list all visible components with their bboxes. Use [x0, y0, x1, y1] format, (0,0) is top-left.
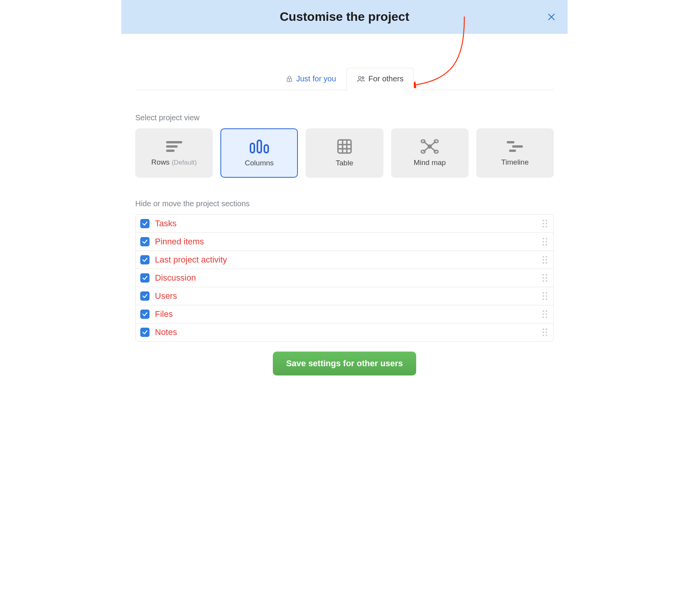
svg-rect-25 [434, 150, 438, 153]
drag-handle-icon[interactable] [543, 328, 547, 336]
svg-rect-24 [421, 150, 425, 153]
section-name: Last project activity [155, 255, 543, 265]
check-icon [142, 275, 148, 281]
section-checkbox[interactable] [140, 273, 150, 283]
svg-rect-27 [512, 145, 523, 148]
svg-rect-9 [250, 143, 254, 153]
columns-icon [250, 139, 269, 154]
scope-tabs: Just for you For others [135, 34, 554, 90]
table-icon [337, 139, 352, 154]
check-icon [142, 329, 148, 335]
check-icon [142, 311, 148, 317]
save-button[interactable]: Save settings for other users [273, 352, 416, 375]
sections-list: TasksPinned itemsLast project activityDi… [135, 214, 554, 342]
svg-point-4 [358, 76, 361, 79]
check-icon [142, 257, 148, 263]
section-name: Files [155, 309, 543, 319]
tab-label: Just for you [296, 74, 336, 83]
check-icon [142, 220, 148, 227]
close-button[interactable] [546, 12, 557, 22]
check-icon [142, 293, 148, 299]
svg-rect-22 [421, 140, 425, 143]
view-card-table[interactable]: Table [306, 128, 383, 178]
lock-icon [286, 75, 293, 83]
section-checkbox[interactable] [140, 310, 150, 319]
rows-icon [164, 140, 185, 153]
view-cards: Rows (Default) Columns [135, 128, 554, 178]
section-row[interactable]: Last project activity [136, 251, 553, 269]
section-name: Notes [155, 327, 543, 337]
section-row[interactable]: Users [136, 287, 553, 305]
section-row[interactable]: Tasks [136, 215, 553, 233]
view-card-label: Table [336, 159, 353, 167]
section-name: Tasks [155, 219, 543, 229]
view-card-label: Mind map [414, 158, 446, 167]
drag-handle-icon[interactable] [543, 310, 547, 318]
svg-point-5 [362, 77, 364, 79]
timeline-icon [505, 140, 524, 153]
section-checkbox[interactable] [140, 291, 150, 301]
view-card-mindmap[interactable]: Mind map [391, 128, 469, 178]
select-view-label: Select project view [135, 113, 554, 122]
tab-just-for-you[interactable]: Just for you [275, 68, 346, 90]
section-row[interactable]: Pinned items [136, 233, 553, 251]
section-checkbox[interactable] [140, 237, 150, 246]
svg-rect-6 [166, 141, 182, 143]
section-name: Users [155, 291, 543, 301]
svg-rect-8 [166, 150, 175, 152]
svg-rect-12 [338, 140, 351, 153]
view-card-label: Columns [245, 159, 274, 167]
svg-rect-10 [257, 140, 261, 153]
drag-handle-icon[interactable] [543, 238, 547, 246]
section-row[interactable]: Discussion [136, 269, 553, 287]
drag-handle-icon[interactable] [543, 220, 547, 227]
view-card-rows[interactable]: Rows (Default) [135, 128, 213, 178]
view-card-label: Rows (Default) [151, 158, 197, 167]
svg-point-3 [289, 79, 290, 80]
view-card-label: Timeline [501, 158, 529, 167]
svg-rect-23 [434, 140, 438, 143]
section-row[interactable]: Files [136, 305, 553, 323]
dialog-header: Customise the project [121, 0, 568, 34]
drag-handle-icon[interactable] [543, 256, 547, 264]
section-checkbox[interactable] [140, 219, 150, 228]
tab-for-others[interactable]: For others [346, 68, 414, 90]
section-checkbox[interactable] [140, 328, 150, 337]
section-name: Pinned items [155, 237, 543, 247]
dialog-title: Customise the project [280, 10, 409, 24]
drag-handle-icon[interactable] [543, 292, 547, 300]
check-icon [142, 239, 148, 245]
svg-rect-28 [509, 150, 516, 152]
svg-rect-7 [166, 145, 178, 148]
users-icon [357, 75, 365, 83]
section-checkbox[interactable] [140, 255, 150, 264]
section-row[interactable]: Notes [136, 323, 553, 341]
drag-handle-icon[interactable] [543, 274, 547, 282]
mindmap-icon [420, 139, 439, 154]
tab-label: For others [368, 74, 403, 83]
view-card-timeline[interactable]: Timeline [476, 128, 554, 178]
section-name: Discussion [155, 273, 543, 283]
close-icon [547, 13, 556, 21]
hide-move-label: Hide or move the project sections [135, 199, 554, 208]
svg-rect-11 [264, 145, 268, 153]
view-card-columns[interactable]: Columns [220, 128, 298, 178]
svg-rect-26 [507, 141, 514, 143]
